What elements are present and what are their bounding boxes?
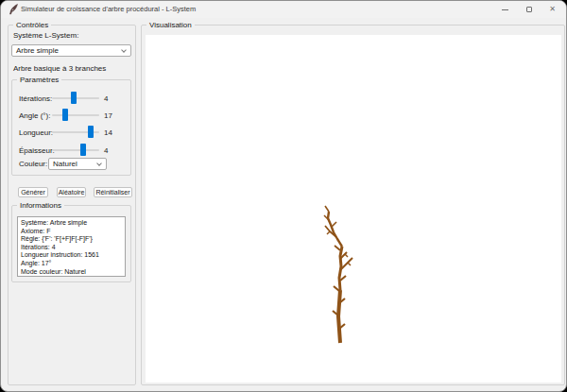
- slider-length-value: 14: [104, 128, 112, 137]
- reset-button[interactable]: Réinitialiser: [94, 187, 132, 197]
- controls-panel: Contrôles Système L-System: Arbre simple…: [8, 25, 136, 385]
- generate-button[interactable]: Générer: [18, 187, 48, 197]
- slider-angle-thumb[interactable]: [62, 109, 68, 121]
- color-label: Couleur:: [19, 160, 47, 168]
- info-line: Itérations: 4: [21, 244, 125, 252]
- minimize-icon: [502, 9, 508, 10]
- info-line: Axiome: F: [21, 228, 125, 236]
- color-select-value: Naturel: [53, 160, 77, 168]
- slider-angle[interactable]: Angle (°): 17: [12, 109, 132, 122]
- slider-angle-label: Angle (°):: [19, 111, 50, 120]
- slider-angle-value: 17: [104, 111, 112, 120]
- slider-length-thumb[interactable]: [88, 126, 94, 138]
- info-group: Informations Système: Arbre simple Axiom…: [11, 205, 131, 282]
- slider-iterations-track[interactable]: [52, 97, 99, 99]
- window-title: Simulateur de croissance d'arbre procédu…: [21, 1, 196, 18]
- random-button[interactable]: Aléatoire: [57, 187, 86, 197]
- system-select-value: Arbre simple: [16, 46, 59, 55]
- slider-iterations-thumb[interactable]: [71, 92, 77, 104]
- chevron-down-icon: [96, 161, 102, 166]
- system-select[interactable]: Arbre simple: [11, 44, 131, 57]
- color-select[interactable]: Naturel: [48, 158, 107, 170]
- maximize-button[interactable]: [517, 1, 541, 18]
- info-line: Angle: 17°: [21, 260, 125, 268]
- chevron-down-icon: [121, 47, 127, 53]
- system-description: Arbre basique à 3 branches: [13, 64, 106, 73]
- slider-thickness-thumb[interactable]: [80, 144, 86, 156]
- slider-length-label: Longueur:: [19, 128, 53, 137]
- slider-iterations-value: 4: [104, 94, 108, 103]
- visualization-panel: Visualisation: [141, 25, 565, 385]
- maximize-icon: [526, 7, 532, 12]
- info-textarea: Système: Arbre simple Axiome: F Règle: {…: [17, 216, 126, 277]
- visualization-panel-title: Visualisation: [146, 21, 195, 29]
- slider-iterations-label: Itérations:: [19, 94, 52, 103]
- slider-length-track[interactable]: [52, 131, 99, 133]
- info-line: Longueur instruction: 1561: [21, 251, 125, 260]
- app-window: Simulateur de croissance d'arbre procédu…: [0, 0, 567, 392]
- slider-length[interactable]: Longueur: 14: [12, 126, 132, 139]
- close-button[interactable]: ✕: [541, 1, 564, 18]
- info-line: Règle: {'F': 'F[+F]F[-F]F'}: [21, 235, 125, 244]
- parameters-group-title: Paramètres: [17, 76, 61, 84]
- window-controls: ✕: [493, 1, 564, 18]
- slider-angle-track[interactable]: [52, 114, 99, 116]
- tree-svg: [146, 35, 561, 383]
- title-bar[interactable]: Simulateur de croissance d'arbre procédu…: [1, 1, 566, 18]
- app-icon-feather: [9, 4, 19, 15]
- controls-panel-title: Contrôles: [13, 21, 51, 29]
- close-icon: ✕: [549, 6, 556, 13]
- minimize-button[interactable]: [493, 1, 517, 18]
- system-label: Système L-System:: [13, 31, 78, 40]
- visualization-canvas: [146, 35, 561, 383]
- slider-thickness[interactable]: Épaisseur: 4: [12, 144, 132, 157]
- slider-thickness-value: 4: [104, 146, 108, 155]
- info-group-title: Informations: [17, 201, 64, 210]
- info-line: Mode couleur: Naturel: [21, 268, 125, 277]
- slider-thickness-label: Épaisseur:: [19, 146, 55, 155]
- slider-iterations[interactable]: Itérations: 4: [12, 92, 132, 105]
- parameters-group: Paramètres Itérations: 4 Angle (°): 17 L…: [11, 79, 131, 176]
- slider-thickness-track[interactable]: [52, 149, 99, 151]
- info-line: Système: Arbre simple: [21, 219, 125, 228]
